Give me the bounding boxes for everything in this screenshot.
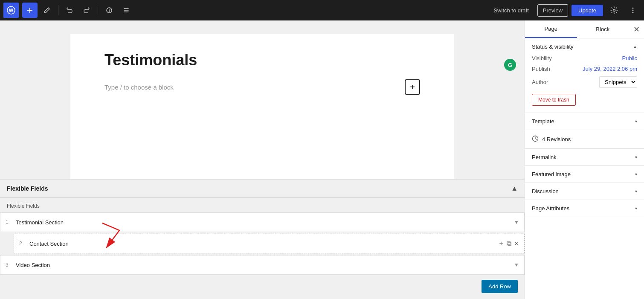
author-label: Author: [532, 79, 548, 85]
wp-logo[interactable]: W: [3, 3, 19, 18]
field-row-2[interactable]: 2 Contact Section + ⧉ ×: [14, 234, 525, 253]
revisions-clock-icon: [532, 135, 539, 143]
sidebar-section-page-attributes-title: Page Attributes: [532, 205, 569, 212]
publish-row: Publish July 29, 2022 2:06 pm: [532, 66, 637, 72]
flexible-fields-collapse-icon[interactable]: ▲: [511, 185, 518, 192]
svg-text:W: W: [9, 8, 14, 13]
visibility-label: Visibility: [532, 55, 552, 61]
sidebar-section-revisions: 4 Revisions: [525, 130, 644, 149]
field-row-2-copy-button[interactable]: ⧉: [506, 239, 512, 248]
revisions-count: 4 Revisions: [542, 136, 571, 142]
toolbar-separator-2: [98, 5, 98, 15]
editor-canvas: Testimonials Type / to choose a block +: [70, 34, 454, 179]
sidebar-section-template-title: Template: [532, 118, 554, 125]
visibility-row: Visibility Public: [532, 55, 637, 61]
sidebar-section-discussion-title: Discussion: [532, 188, 559, 194]
sidebar-section-template-header[interactable]: Template ▾: [525, 113, 644, 130]
undo-button[interactable]: [62, 3, 77, 18]
sidebar-section-permalink-chevron: ▾: [635, 155, 637, 160]
field-row-1-dropdown[interactable]: ▼: [514, 219, 519, 225]
grammarly-icon: G: [504, 59, 516, 71]
field-row-2-delete-button[interactable]: ×: [514, 239, 519, 248]
sidebar-close-button[interactable]: ✕: [629, 22, 644, 37]
sidebar-section-status-header[interactable]: Status & visibility ▲: [525, 38, 644, 55]
field-row-2-add-button[interactable]: +: [498, 239, 504, 248]
field-row-2-actions: + ⧉ ×: [498, 239, 519, 248]
sidebar-section-status-body: Visibility Public Publish July 29, 2022 …: [525, 55, 644, 113]
svg-point-6: [632, 12, 634, 13]
sidebar-section-page-attributes-header[interactable]: Page Attributes ▾: [525, 200, 644, 217]
page-title[interactable]: Testimonials: [104, 51, 420, 69]
sidebar-section-template: Template ▾: [525, 113, 644, 130]
main-layout: Testimonials Type / to choose a block + …: [0, 20, 644, 299]
field-row-3-dropdown[interactable]: ▼: [514, 262, 519, 268]
publish-label: Publish: [532, 66, 550, 72]
author-select[interactable]: Snippets: [599, 76, 637, 88]
sidebar-section-template-chevron: ▾: [635, 119, 637, 124]
toolbar-separator-1: [58, 5, 58, 15]
tab-block[interactable]: Block: [577, 21, 629, 38]
field-row-1-number: 1: [6, 219, 12, 225]
field-row-1-name: Testimonial Section: [16, 219, 514, 226]
publish-value[interactable]: July 29, 2022 2:06 pm: [583, 66, 637, 72]
sidebar-section-status: Status & visibility ▲ Visibility Public …: [525, 38, 644, 113]
sidebar-section-page-attributes: Page Attributes ▾: [525, 200, 644, 217]
sidebar-header: Page Block ✕: [525, 20, 644, 38]
svg-point-3: [613, 9, 615, 12]
sidebar: Page Block ✕ Status & visibility ▲ Visib…: [525, 20, 644, 299]
sidebar-section-discussion: Discussion ▾: [525, 183, 644, 200]
sidebar-section-discussion-chevron: ▾: [635, 189, 637, 194]
edit-button[interactable]: [39, 3, 55, 18]
svg-point-5: [632, 10, 634, 11]
info-button[interactable]: [102, 3, 117, 18]
block-placeholder-row: Type / to choose a block +: [104, 79, 420, 95]
sidebar-section-permalink: Permalink ▾: [525, 149, 644, 166]
sidebar-section-permalink-title: Permalink: [532, 154, 557, 160]
editor-canvas-wrapper: Testimonials Type / to choose a block + …: [0, 20, 525, 179]
tab-page[interactable]: Page: [525, 20, 577, 38]
field-row-3[interactable]: 3 Video Section ▼: [0, 255, 525, 275]
revisions-row[interactable]: 4 Revisions: [525, 130, 644, 148]
flexible-fields-body: Flexible Fields 1 Testimonial Section ▼ …: [0, 198, 525, 299]
settings-button[interactable]: [606, 3, 622, 18]
sidebar-section-featured-image-title: Featured image: [532, 171, 571, 177]
field-row-1[interactable]: 1 Testimonial Section ▼: [0, 212, 525, 232]
sidebar-section-status-title: Status & visibility: [532, 44, 574, 50]
sidebar-section-featured-image: Featured image ▾: [525, 166, 644, 183]
add-row-button[interactable]: Add Row: [482, 280, 518, 293]
flexible-fields-title: Flexible Fields: [7, 185, 48, 192]
toolbar: W Switch to draft Preview Update: [0, 0, 644, 20]
field-row-3-number: 3: [6, 262, 12, 268]
sidebar-section-page-attributes-chevron: ▾: [635, 206, 637, 211]
editor-area: Testimonials Type / to choose a block + …: [0, 20, 525, 299]
flexible-fields-section: Flexible Fields ▲ Flexible Fields 1 Test…: [0, 179, 525, 299]
update-button[interactable]: Update: [571, 5, 603, 16]
sidebar-section-permalink-header[interactable]: Permalink ▾: [525, 149, 644, 165]
inline-add-block-button[interactable]: +: [405, 79, 420, 95]
add-block-button[interactable]: [22, 3, 38, 18]
redo-button[interactable]: [79, 3, 94, 18]
field-row-2-name: Contact Section: [29, 241, 498, 247]
field-row-2-number: 2: [19, 241, 26, 247]
switch-to-draft-button[interactable]: Switch to draft: [488, 5, 534, 16]
sidebar-section-status-chevron: ▲: [633, 44, 637, 49]
sidebar-section-discussion-header[interactable]: Discussion ▾: [525, 183, 644, 200]
block-placeholder[interactable]: Type / to choose a block: [104, 84, 400, 91]
preview-button[interactable]: Preview: [537, 4, 568, 17]
svg-point-4: [632, 8, 634, 9]
flexible-fields-header[interactable]: Flexible Fields ▲: [0, 180, 525, 198]
list-view-button[interactable]: [119, 3, 134, 18]
add-row-bar: Add Row: [0, 276, 525, 296]
toolbar-right: Switch to draft Preview Update: [488, 3, 641, 18]
flexible-fields-label: Flexible Fields: [0, 201, 525, 212]
author-row: Author Snippets: [532, 76, 637, 88]
field-row-3-name: Video Section: [16, 262, 514, 268]
move-to-trash-button[interactable]: Move to trash: [532, 94, 576, 106]
sidebar-section-featured-image-chevron: ▾: [635, 172, 637, 177]
sidebar-section-featured-image-header[interactable]: Featured image ▾: [525, 166, 644, 183]
more-options-button[interactable]: [625, 3, 641, 18]
visibility-value[interactable]: Public: [622, 55, 637, 61]
